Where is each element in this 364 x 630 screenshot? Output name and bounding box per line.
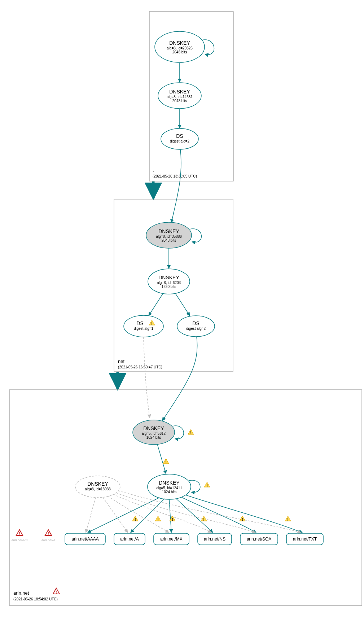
svg-text:arin.net/AAAA: arin.net/AAAA [71,537,98,542]
svg-text:DNSKEY: DNSKEY [169,89,190,95]
svg-text:1024 bits: 1024 bits [146,436,161,439]
svg-text:2048 bits: 2048 bits [172,50,187,54]
svg-text:arin.net/A: arin.net/A [120,537,139,542]
node-rr-a[interactable]: arin.net/A [114,533,145,545]
svg-text:DNSKEY: DNSKEY [159,480,180,486]
warn-ghost-a: ! [45,530,52,536]
warn-ghost-ns: ! [16,530,23,536]
node-arin-ghost-key[interactable]: DNSKEY alg=8, id=18933 [75,476,120,498]
zone-arin-label: arin.net [13,590,29,596]
edge-net-zsk-ds2 [175,293,190,316]
zone-root-time: (2021-05-26 13:30:05 UTC) [153,174,197,178]
warn-rr-ns: ! [201,516,207,521]
svg-text:1024 bits: 1024 bits [162,490,177,494]
edge-ghost-soa [117,493,255,533]
svg-text:arin.net/MX: arin.net/MX [160,537,182,542]
node-arin-zsk[interactable]: DNSKEY alg=5, id=12411 1024 bits [148,474,191,499]
svg-text:arin.net/NS: arin.net/NS [204,537,225,542]
svg-text:2048 bits: 2048 bits [172,99,187,103]
svg-text:alg=8, id=14631: alg=8, id=14631 [167,95,193,99]
node-net-zsk[interactable]: DNSKEY alg=8, id=6203 1280 bits [148,269,190,294]
svg-text:!: ! [135,517,136,521]
svg-text:!: ! [287,517,289,521]
zone-net-time: (2021-05-26 16:59:47 UTC) [118,365,162,369]
warn-arin-ksk-self: ! [188,429,194,435]
zone-arin [9,390,362,605]
dnssec-diagram: . (2021-05-26 13:30:05 UTC) DNSKEY alg=8… [4,4,364,630]
edge-root-ds-net-ksk [171,149,181,223]
edge-net-zsk-ds1 [149,293,163,316]
svg-text:alg=5, id=12411: alg=5, id=12411 [156,486,182,490]
edge-net-ds2-arin-ksk [162,337,197,421]
svg-text:!: ! [165,460,167,464]
warn-rr-txt: ! [285,516,291,521]
warn-rr-a: ! [132,516,138,521]
svg-text:DNSKEY: DNSKEY [87,481,108,487]
svg-text:!: ! [242,517,243,521]
svg-text:DS: DS [176,133,183,139]
node-net-ksk[interactable]: DNSKEY alg=8, id=35886 2048 bits [146,222,192,248]
node-rr-soa[interactable]: arin.net/SOA [240,533,278,545]
warn-arin-zsk-self: ! [204,482,210,487]
node-rr-txt[interactable]: arin.net/TXT [286,533,323,545]
svg-text:DS: DS [136,320,143,326]
edge-ghost-mx [108,496,169,533]
svg-text:arin.net/TXT: arin.net/TXT [293,537,317,542]
svg-text:1280 bits: 1280 bits [162,285,176,289]
svg-text:!: ! [190,430,192,435]
node-root-zsk[interactable]: DNSKEY alg=8, id=14631 2048 bits [158,83,201,109]
svg-text:!: ! [206,483,208,487]
node-rr-ns[interactable]: arin.net/NS [198,533,232,545]
svg-text:DS: DS [192,320,199,326]
svg-text:!: ! [56,590,57,594]
svg-text:!: ! [172,517,173,521]
svg-text:digest alg=2: digest alg=2 [170,139,190,143]
svg-text:DNSKEY: DNSKEY [158,228,179,234]
edge-arin-ksk-zsk [157,444,166,474]
ghost-a-label: arin.net/A [41,538,56,542]
svg-point-36 [75,476,120,498]
svg-text:DNSKEY: DNSKEY [143,425,164,431]
edge-net-ds1-arin-ksk [144,337,150,418]
svg-text:alg=8, id=35886: alg=8, id=35886 [156,235,182,239]
svg-text:!: ! [157,517,159,521]
svg-text:alg=5, id=5612: alg=5, id=5612 [142,432,166,436]
svg-text:digest alg=1: digest alg=1 [134,327,154,331]
node-root-ds[interactable]: DS digest alg=2 [161,128,198,149]
svg-text:digest alg=2: digest alg=2 [186,327,206,331]
edge-zsk-txt [186,495,302,533]
edge-ghost-ns [114,494,211,533]
edge-ghost-aaaa [86,498,96,533]
warn-arin-zone: ! [53,588,60,594]
zone-net-label: net [118,359,124,364]
svg-text:alg=8, id=18933: alg=8, id=18933 [85,487,111,491]
svg-text:!: ! [19,531,20,536]
zone-root-label: . [153,167,154,173]
svg-point-20 [124,315,163,337]
node-net-ds1[interactable]: DS digest alg=1 [124,315,163,337]
warn-rr-soa: ! [240,516,245,521]
svg-text:DNSKEY: DNSKEY [158,275,179,280]
svg-point-24 [177,316,215,337]
node-arin-ksk[interactable]: DNSKEY alg=5, id=5612 1024 bits [133,420,175,445]
edge-ghost-txt [118,491,301,533]
svg-text:!: ! [203,517,205,521]
svg-text:alg=8, id=20326: alg=8, id=20326 [167,46,193,50]
svg-text:!: ! [151,321,153,325]
edge-zsk-aaaa [88,498,159,533]
node-net-ds2[interactable]: DS digest alg=2 [177,316,215,337]
node-rr-aaaa[interactable]: arin.net/AAAA [65,533,105,545]
svg-text:2048 bits: 2048 bits [162,239,176,242]
svg-text:alg=8, id=6203: alg=8, id=6203 [157,281,181,285]
svg-text:DNSKEY: DNSKEY [169,40,190,46]
edge-zsk-soa [181,497,256,533]
node-root-ksk[interactable]: DNSKEY alg=8, id=20326 2048 bits [155,31,205,62]
svg-text:arin.net/SOA: arin.net/SOA [247,537,272,542]
zone-arin-time: (2021-05-26 18:54:02 UTC) [13,597,58,601]
node-rr-mx[interactable]: arin.net/MX [154,533,189,545]
svg-text:!: ! [48,531,49,536]
ghost-ns-label: arin.net/NS [11,538,27,542]
warn-arin-ksk-zsk: ! [163,459,169,464]
svg-point-9 [161,128,198,149]
warn-rr-mx: ! [155,516,161,521]
